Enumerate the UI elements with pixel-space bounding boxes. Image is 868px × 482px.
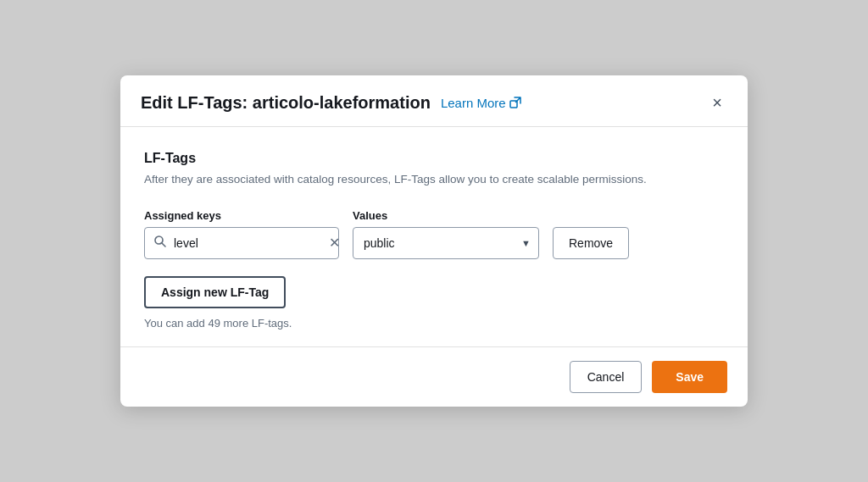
modal-header-left: Edit LF-Tags: articolo-lakeformation Lea… (141, 93, 521, 113)
helper-text: You can add 49 more LF-tags. (144, 317, 724, 330)
assigned-keys-label: Assigned keys (144, 209, 339, 222)
save-button[interactable]: Save (652, 361, 727, 393)
cancel-button[interactable]: Cancel (570, 361, 643, 393)
svg-line-2 (162, 243, 165, 247)
section-description: After they are associated with catalog r… (144, 171, 724, 188)
values-label: Values (353, 209, 539, 222)
values-select[interactable]: public private confidential (353, 227, 539, 259)
modal-title: Edit LF-Tags: articolo-lakeformation (141, 93, 431, 113)
remove-button[interactable]: Remove (553, 227, 629, 259)
modal-overlay: Edit LF-Tags: articolo-lakeformation Lea… (0, 0, 868, 482)
close-button[interactable]: × (707, 92, 727, 113)
modal-dialog: Edit LF-Tags: articolo-lakeformation Lea… (120, 75, 748, 406)
learn-more-label: Learn More (441, 96, 506, 110)
modal-footer: Cancel Save (120, 346, 748, 407)
assigned-keys-input-wrapper[interactable]: ✕ (144, 227, 339, 259)
fields-row: Assigned keys ✕ Values (144, 209, 724, 259)
assigned-keys-group: Assigned keys ✕ (144, 209, 339, 259)
assign-new-lf-tag-button[interactable]: Assign new LF-Tag (144, 276, 286, 308)
external-link-icon (509, 97, 521, 108)
search-icon (153, 235, 167, 252)
learn-more-link[interactable]: Learn More (441, 96, 521, 110)
values-select-wrapper: public private confidential ▼ (353, 227, 539, 259)
assign-section: Assign new LF-Tag You can add 49 more LF… (144, 276, 724, 330)
assigned-keys-input[interactable] (174, 236, 322, 250)
modal-header: Edit LF-Tags: articolo-lakeformation Lea… (120, 75, 748, 127)
clear-input-button[interactable]: ✕ (329, 236, 340, 250)
section-title: LF-Tags (144, 151, 724, 166)
modal-body: LF-Tags After they are associated with c… (120, 127, 748, 346)
values-group: Values public private confidential ▼ (353, 209, 539, 259)
